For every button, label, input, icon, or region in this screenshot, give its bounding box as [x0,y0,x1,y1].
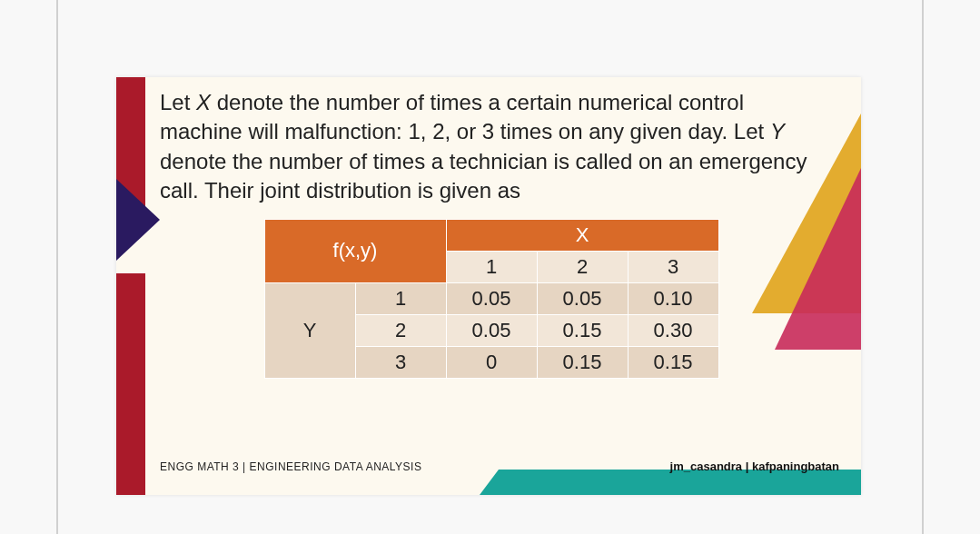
decor-triangle-blue [116,179,160,261]
cell: 0 [446,346,537,378]
header-x: X [446,219,718,251]
variable-y: Y [770,119,785,143]
decor-bottom-teal [480,470,861,495]
problem-statement: Let X denote the number of times a certa… [160,88,823,206]
cell: 0.05 [446,314,537,346]
joint-distribution-table: f(x,y) X 1 2 3 Y 1 0.05 0.05 0.10 2 0.05… [264,219,719,379]
text-frag: denote the number of times a technician … [160,149,807,203]
cell: 0.10 [628,282,718,314]
cell: 0.05 [537,282,628,314]
y-level: 1 [355,282,446,314]
x-level: 1 [446,251,537,282]
text-frag: Let [160,90,196,114]
cell: 0.30 [628,314,718,346]
page-edge-left [56,0,58,534]
slide: Let X denote the number of times a certa… [116,77,861,495]
x-level: 3 [628,251,718,282]
slide-content: Let X denote the number of times a certa… [160,88,823,379]
x-level: 2 [537,251,628,282]
footer-author: jm_casandra | kafpaningbatan [670,460,839,473]
text-frag: denote the number of times a certain num… [160,90,770,143]
header-y: Y [264,282,355,378]
header-fxy: f(x,y) [264,219,446,282]
cell: 0.15 [537,314,628,346]
footer-course: ENGG MATH 3 | ENGINEERING DATA ANALYSIS [160,460,421,473]
cell: 0.15 [628,346,718,378]
y-level: 2 [355,314,446,346]
page-edge-right [922,0,924,534]
cell: 0.15 [537,346,628,378]
variable-x: X [196,90,217,114]
cell: 0.05 [446,282,537,314]
y-level: 3 [355,346,446,378]
decor-stripe-red [116,77,145,495]
